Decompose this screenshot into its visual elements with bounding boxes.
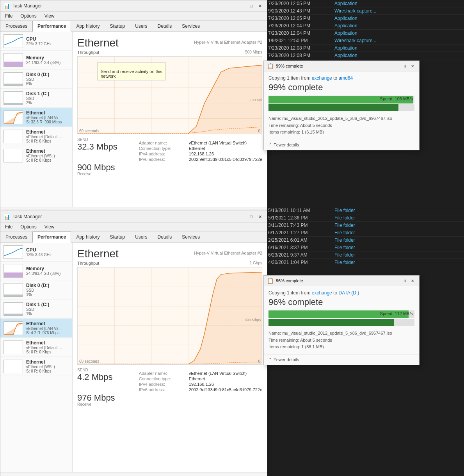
bottom-tm-maximize[interactable]: □: [247, 213, 255, 221]
sidebar-graph-4: [4, 321, 23, 335]
top-fewer-details-copy-btn[interactable]: ⌃ Fewer details: [268, 143, 299, 148]
tab-services[interactable]: Services: [177, 232, 205, 242]
bottom-conn-type-value: Ethernet: [189, 376, 262, 381]
bottom-menu-options[interactable]: Options: [17, 223, 39, 230]
tab-details[interactable]: Details: [152, 232, 177, 242]
sidebar-item-5[interactable]: EthernetvEthernet (Default ...S: 0 R: 0 …: [0, 127, 72, 146]
top-copy-to-link[interactable]: amd64: [338, 75, 353, 81]
bottom-ipv4-label: IPv4 address:: [139, 382, 186, 387]
bottom-throughput-label: Throughput: [77, 261, 99, 266]
tab-startup[interactable]: Startup: [105, 21, 130, 31]
top-speed-text: Speed: 103 MB/s: [380, 96, 413, 101]
top-menu-view[interactable]: View: [41, 12, 58, 20]
bottom-ipv6-label: IPv6 address:: [139, 387, 186, 392]
bottom-copy-footer: ⌃ Fewer details: [264, 355, 419, 365]
list-item: 5/13/2021 10:11 AMFile folder: [265, 207, 464, 214]
bottom-stats-row: Send 4.2 Mbps Adapter name: vEthernet (L…: [77, 368, 262, 392]
sidebar-item-2[interactable]: Disk 0 (D:)SSD5%: [0, 70, 72, 89]
bottom-copy-pause[interactable]: ⏸: [401, 277, 408, 284]
bottom-copy-to-link[interactable]: DATA (D:): [338, 290, 359, 296]
tab-performance[interactable]: Performance: [32, 232, 71, 243]
list-item: 7/23/2020 12:04 PMApplication: [265, 22, 464, 30]
top-copy-titlebar: 📋 99% complete ⏸ ✕: [264, 61, 419, 71]
bottom-tm-body: CPU13% 3.43 GHzMemory24.3/63.4 GB (38%)D…: [0, 243, 267, 472]
sidebar-item-info-1: Memory24.1/63.4 GB (38%): [26, 55, 69, 65]
sidebar-item-info-4: EthernetvEthernet (LAN Vir...S: 4.2 R: 9…: [26, 321, 69, 335]
bottom-conn-type-label: Connection type:: [139, 376, 186, 381]
top-copy-close[interactable]: ✕: [409, 62, 416, 70]
bottom-copy-percent: 96% complete: [268, 297, 414, 307]
tab-details[interactable]: Details: [152, 21, 177, 31]
bottom-tm-tabs: ProcessesPerformanceApp historyStartupUs…: [0, 232, 267, 243]
bottom-main-title: Ethernet: [77, 248, 119, 260]
sidebar-item-3[interactable]: Disk 1 (C:)SSD2%: [0, 89, 72, 108]
sidebar-graph-6: [4, 360, 23, 373]
top-tm-maximize[interactable]: □: [247, 2, 255, 10]
top-chart: Send and receive activity on this networ…: [77, 56, 262, 134]
svg-marker-25: [78, 272, 262, 364]
sidebar-item-6[interactable]: EthernetvEthernet (WSL)S: 0 R: 0 Kbps: [0, 146, 72, 165]
top-stats-row: Send 32.3 Mbps Adapter name: vEthernet (…: [77, 137, 262, 162]
sidebar-item-1[interactable]: Memory24.1/63.4 GB (38%): [0, 51, 72, 70]
bottom-copy-title: 96% complete: [276, 278, 303, 283]
tab-users[interactable]: Users: [130, 21, 152, 31]
bottom-task-manager-icon: 📊: [4, 214, 10, 220]
top-receive-value: 900 Mbps: [77, 162, 262, 173]
list-item: 7/23/2020 12:05 PMApplication: [265, 15, 464, 22]
top-copy-pause[interactable]: ⏸: [401, 62, 408, 70]
top-send-value: 32.3 Mbps: [77, 142, 133, 152]
bottom-adapter-name-value: vEthernet (LAN Virtual Switch): [189, 371, 262, 376]
bottom-copy-from-text: Copying 1 item from exchange to DATA (D:…: [268, 290, 414, 296]
tab-users[interactable]: Users: [130, 232, 152, 242]
list-item: 3/11/2021 7:43 PMFile folder: [265, 222, 464, 229]
bottom-menu-file[interactable]: File: [2, 223, 16, 230]
sidebar-item-5[interactable]: EthernetvEthernet (Default ...S: 0 R: 0 …: [0, 338, 72, 357]
tab-app-history[interactable]: App history: [71, 21, 105, 31]
bottom-tm-footer: ⌃ Fewer details | ⊘ Open Resource Monito…: [0, 472, 267, 476]
list-item: 6/23/2021 9:37 AMFile folder: [265, 251, 464, 259]
sidebar-item-info-0: CPU22% 3.72 GHz: [26, 36, 69, 46]
top-copy-footer: ⌃ Fewer details: [264, 140, 419, 150]
top-send-label: Send: [77, 137, 133, 142]
sidebar-item-1[interactable]: Memory24.3/63.4 GB (38%): [0, 262, 72, 280]
top-ipv6-label: IPv6 address:: [139, 157, 186, 162]
sidebar-graph-0: [4, 245, 23, 259]
sidebar-item-4[interactable]: EthernetvEthernet (LAN Vir...S: 32.3 R: …: [0, 108, 72, 127]
bottom-tm-titlebar: 📊 Task Manager ─ □ ✕: [0, 211, 267, 223]
bottom-details-grid: Adapter name: vEthernet (LAN Virtual Swi…: [139, 371, 262, 392]
list-item: 7/23/2020 12:04 PMApplication: [265, 30, 464, 37]
bottom-menu-view[interactable]: View: [41, 223, 58, 230]
sidebar-item-6[interactable]: EthernetvEthernet (WSL)S: 0 R: 0 Kbps: [0, 357, 72, 376]
sidebar-item-3[interactable]: Disk 1 (C:)SSD1%: [0, 300, 72, 319]
bottom-tm-close[interactable]: ✕: [256, 213, 264, 221]
top-tm-minimize[interactable]: ─: [239, 2, 247, 10]
tab-processes[interactable]: Processes: [0, 21, 32, 31]
bottom-copy-close[interactable]: ✕: [409, 277, 416, 284]
tab-services[interactable]: Services: [177, 21, 205, 31]
top-ipv6-value: 2002:9eff:33d9:0:81c5:c4d3:f979:722e: [189, 157, 262, 162]
bottom-fewer-details-copy-btn[interactable]: ⌃ Fewer details: [268, 357, 299, 362]
tab-performance[interactable]: Performance: [32, 21, 71, 32]
top-progress-inner: [268, 104, 414, 111]
bottom-copy-from-link[interactable]: exchange: [312, 290, 332, 296]
bottom-copy-items: Items remaining: 1 (88.1 MB): [268, 344, 414, 351]
top-copy-percent: 99% complete: [268, 82, 414, 93]
bottom-tm-minimize[interactable]: ─: [239, 213, 247, 221]
tab-processes[interactable]: Processes: [0, 232, 32, 242]
top-copy-from-link[interactable]: exchange: [312, 75, 332, 81]
bottom-task-manager: 📊 Task Manager ─ □ ✕ File Options View P…: [0, 211, 267, 476]
tab-startup[interactable]: Startup: [105, 232, 130, 242]
sidebar-item-4[interactable]: EthernetvEthernet (LAN Vir...S: 4.2 R: 9…: [0, 319, 72, 338]
list-item: 7/23/2020 12:08 PMApplication: [265, 45, 464, 52]
bottom-tm-title: Task Manager: [12, 214, 42, 219]
top-menu-options[interactable]: Options: [17, 12, 39, 20]
sidebar-item-2[interactable]: Disk 0 (D:)SSD1%: [0, 280, 72, 300]
sidebar-item-0[interactable]: CPU22% 3.72 GHz: [0, 32, 72, 51]
top-tm-close[interactable]: ✕: [256, 2, 264, 10]
tab-app-history[interactable]: App history: [71, 232, 105, 242]
top-tm-main: Ethernet Hyper-V Virtual Ethernet Adapte…: [73, 32, 267, 207]
top-menu-file[interactable]: File: [2, 12, 16, 20]
sidebar-item-0[interactable]: CPU13% 3.43 GHz: [0, 243, 72, 262]
list-item: 6/16/2021 3:37 PMFile folder: [265, 244, 464, 251]
top-chart-tooltip: Send and receive activity on this networ…: [97, 62, 166, 80]
